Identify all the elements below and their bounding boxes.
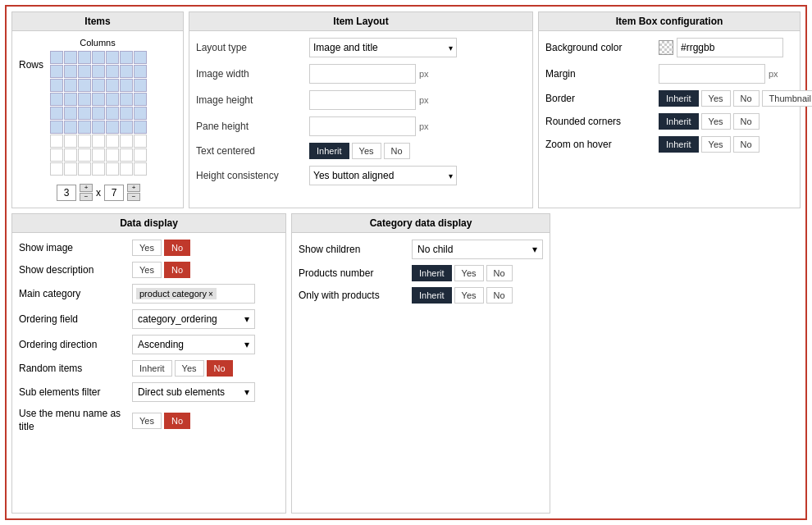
show-children-select[interactable]: No child ▾	[412, 240, 543, 259]
tag-remove-icon[interactable]: ×	[208, 290, 213, 299]
height-consistency-select[interactable]: Yes button aligned ▾	[309, 166, 457, 185]
use-menu-row: Use the menu name as title Yes No	[19, 408, 279, 433]
grid-cell	[92, 121, 105, 134]
rows-wrapper: Rows	[19, 51, 176, 201]
rounded-yes-btn[interactable]: Yes	[701, 113, 731, 130]
image-width-input[interactable]	[309, 64, 416, 84]
zoom-label: Zoom on hover	[545, 139, 652, 150]
text-centered-no-btn[interactable]: No	[384, 143, 410, 159]
grid-cell	[64, 79, 77, 92]
data-display-body: Show image Yes No Show description Yes N…	[12, 233, 285, 445]
cols-decrement[interactable]: −	[127, 193, 140, 201]
grid-cell	[134, 65, 147, 78]
grid-cell	[50, 135, 63, 148]
margin-input[interactable]	[659, 64, 765, 84]
grid-row	[50, 51, 147, 64]
grid-cell	[78, 107, 91, 120]
grid-cell	[120, 107, 133, 120]
show-desc-no-btn[interactable]: No	[164, 262, 190, 278]
grid-cell	[64, 65, 77, 78]
text-centered-inherit-btn[interactable]: Inherit	[309, 143, 349, 159]
border-inherit-btn[interactable]: Inherit	[659, 90, 699, 107]
only-products-group: Inherit Yes No	[412, 287, 513, 304]
grid-cell	[64, 107, 77, 120]
grid-cell	[106, 79, 119, 92]
grid-controls: 3 + − x 7 + −	[57, 184, 140, 201]
items-panel: Items Columns Rows	[11, 11, 184, 208]
image-height-input[interactable]	[309, 90, 416, 110]
zoom-inherit-btn[interactable]: Inherit	[659, 136, 699, 153]
zoom-no-btn[interactable]: No	[733, 136, 760, 153]
sub-elements-select[interactable]: Direct sub elements ▾	[132, 382, 255, 402]
rows-increment[interactable]: +	[80, 184, 93, 192]
show-desc-label: Show description	[19, 264, 125, 276]
ordering-field-select[interactable]: category_ordering ▾	[132, 309, 255, 329]
use-menu-yes-btn[interactable]: Yes	[132, 413, 162, 429]
pane-height-label: Pane height	[196, 121, 303, 132]
random-items-group: Inherit Yes No	[132, 360, 233, 377]
products-yes-btn[interactable]: Yes	[454, 265, 484, 281]
use-menu-no-btn[interactable]: No	[164, 413, 190, 429]
show-children-label: Show children	[299, 244, 405, 255]
category-display-body: Show children No child ▾ Products number…	[292, 233, 550, 316]
use-menu-group: Yes No	[132, 413, 190, 429]
rows-label: Rows	[19, 59, 43, 71]
grid-cell	[78, 162, 91, 176]
grid-cell	[92, 65, 105, 78]
grid-cell	[120, 148, 133, 162]
text-centered-yes-btn[interactable]: Yes	[352, 143, 381, 159]
border-thumbnail-btn[interactable]: Thumbnail	[762, 90, 812, 107]
only-products-inherit-btn[interactable]: Inherit	[412, 287, 452, 304]
products-inherit-btn[interactable]: Inherit	[412, 265, 452, 281]
rows-stepper: + −	[80, 184, 93, 201]
show-image-no-btn[interactable]: No	[164, 240, 190, 256]
show-image-yes-btn[interactable]: Yes	[132, 240, 162, 256]
grid-cell	[50, 51, 63, 64]
random-no-btn[interactable]: No	[207, 360, 233, 377]
layout-type-row: Layout type Image and title ▾	[196, 38, 526, 57]
image-width-row: Image width px	[196, 64, 526, 84]
pane-height-input[interactable]	[309, 116, 416, 136]
border-yes-btn[interactable]: Yes	[701, 90, 731, 107]
ordering-field-value: category_ordering	[138, 313, 217, 325]
bg-color-row: Background color	[545, 38, 793, 57]
bg-color-input[interactable]	[677, 38, 783, 57]
bg-color-label: Background color	[545, 42, 652, 53]
random-inherit-btn[interactable]: Inherit	[132, 360, 172, 377]
border-no-btn[interactable]: No	[733, 90, 760, 107]
rounded-no-btn[interactable]: No	[733, 113, 760, 130]
grid-cell	[78, 148, 91, 162]
image-width-label: Image width	[196, 68, 303, 80]
height-consistency-row: Height consistency Yes button aligned ▾	[196, 166, 526, 185]
grid-cell	[64, 135, 77, 148]
grid-and-controls: 3 + − x 7 + −	[50, 51, 147, 201]
show-desc-yes-btn[interactable]: Yes	[132, 262, 162, 278]
grid-row	[50, 93, 147, 106]
rows-decrement[interactable]: −	[80, 193, 93, 201]
grid-cell	[120, 51, 133, 64]
grid-cell	[106, 148, 119, 162]
grid-cell	[106, 51, 119, 64]
grid-cell	[92, 107, 105, 120]
only-products-yes-btn[interactable]: Yes	[454, 287, 484, 304]
layout-type-select[interactable]: Image and title ▾	[309, 38, 457, 57]
ordering-dir-select[interactable]: Ascending ▾	[132, 335, 255, 354]
random-yes-btn[interactable]: Yes	[175, 360, 204, 377]
zoom-yes-btn[interactable]: Yes	[701, 136, 731, 153]
only-products-no-btn[interactable]: No	[486, 287, 513, 304]
main-cat-input[interactable]: product category ×	[132, 284, 255, 304]
zoom-group: Inherit Yes No	[659, 136, 760, 153]
chevron-down-icon: ▾	[449, 43, 453, 52]
pane-height-row: Pane height px	[196, 116, 526, 136]
main-cat-label: Main category	[19, 288, 125, 299]
grid-cell	[78, 121, 91, 134]
chevron-down-icon: ▾	[244, 313, 249, 325]
grid-cell	[92, 51, 105, 64]
rounded-inherit-btn[interactable]: Inherit	[659, 113, 699, 130]
products-no-btn[interactable]: No	[486, 265, 513, 281]
grid-cell	[106, 162, 119, 176]
grid-cell	[106, 93, 119, 106]
item-box-panel: Item Box configuration Background color …	[538, 11, 801, 208]
cols-increment[interactable]: +	[127, 184, 140, 192]
grid-cell	[50, 65, 63, 78]
